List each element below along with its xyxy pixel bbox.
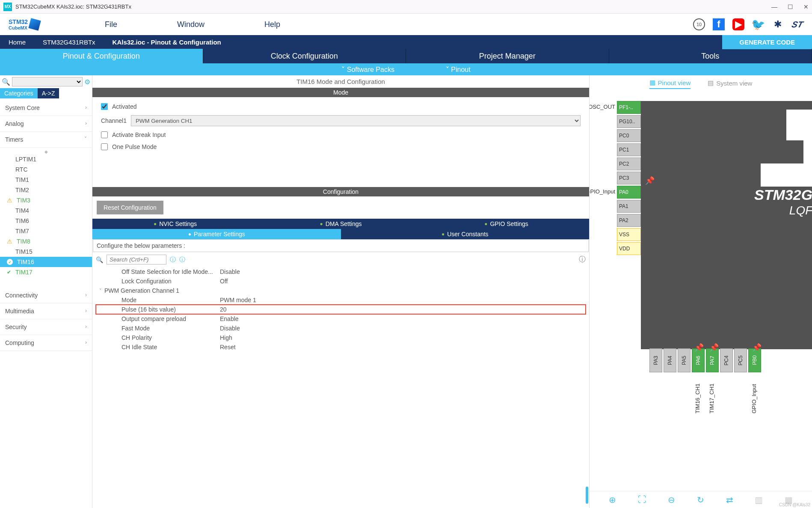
- zoom-out-icon[interactable]: ⊖: [668, 495, 675, 505]
- tim-tim17[interactable]: TIM17: [0, 267, 92, 277]
- config-tab-gpio[interactable]: ●GPIO Settings: [424, 219, 589, 229]
- tab-pinout-config[interactable]: Pinout & Configuration: [0, 49, 203, 63]
- menu-window[interactable]: Window: [177, 20, 204, 29]
- cat-connectivity[interactable]: Connectivity›: [0, 288, 92, 303]
- maximize-icon[interactable]: ☐: [788, 3, 793, 10]
- tim-rtc[interactable]: RTC: [0, 164, 92, 175]
- tim-tim16[interactable]: TIM16: [0, 257, 92, 267]
- layers-icon[interactable]: ▥: [755, 495, 763, 505]
- param-pulse-value[interactable]: 20: [220, 306, 586, 313]
- tim-tim8[interactable]: TIM8: [0, 236, 92, 247]
- badge-icon[interactable]: 10: [693, 18, 705, 30]
- pushpin-icon[interactable]: 📌: [645, 176, 655, 185]
- pin-PA1[interactable]: PA1: [617, 200, 641, 213]
- subtab-pinout[interactable]: ˅ Pinout: [446, 65, 471, 74]
- tab-project-manager[interactable]: Project Manager: [406, 49, 609, 63]
- param-off-state-value[interactable]: Disable: [220, 268, 586, 275]
- facebook-icon[interactable]: f: [713, 18, 725, 30]
- pin-PC3[interactable]: PC3: [617, 172, 641, 184]
- tim-tim6[interactable]: TIM6: [0, 216, 92, 226]
- cat-multimedia[interactable]: Multimedia›: [0, 303, 92, 319]
- info-icon[interactable]: ⓘ: [579, 255, 586, 264]
- pin-PA0[interactable]: PA0: [617, 186, 641, 199]
- tim-tim3[interactable]: TIM3: [0, 195, 92, 205]
- param-group-pwm[interactable]: PWM Generation Channel 1: [104, 287, 179, 294]
- tim-tim15[interactable]: TIM15: [0, 247, 92, 257]
- param-polarity-value[interactable]: High: [220, 334, 586, 341]
- break-input-checkbox[interactable]: [101, 131, 108, 138]
- cat-tab-az[interactable]: A->Z: [38, 88, 59, 98]
- pinout-canvas[interactable]: STM32G4 LQFP PF1-..RCC_OSC_OUTPG10..PC0P…: [590, 92, 812, 491]
- config-tab-dma[interactable]: ●DMA Settings: [258, 219, 424, 229]
- scrollbar[interactable]: [586, 487, 588, 504]
- tim-lptim1[interactable]: LPTIM1: [0, 154, 92, 164]
- search-icon[interactable]: 🔍: [2, 78, 10, 86]
- tim-tim2[interactable]: TIM2: [0, 185, 92, 195]
- breadcrumb-mcu[interactable]: STM32G431RBTx: [34, 35, 104, 49]
- pin-VDD[interactable]: VDD: [617, 242, 641, 255]
- next-icon[interactable]: ⓘ: [179, 256, 185, 264]
- param-idle-value[interactable]: Reset: [220, 344, 586, 351]
- generate-code-button[interactable]: GENERATE CODE: [722, 35, 812, 49]
- view-tab-pinout[interactable]: ▦Pinout view: [649, 79, 691, 89]
- pushpin-icon[interactable]: 📌: [694, 343, 704, 352]
- chevron-down-icon[interactable]: ˅: [96, 288, 102, 294]
- prev-icon[interactable]: ⓘ: [170, 256, 176, 264]
- tab-clock-config[interactable]: Clock Configuration: [203, 49, 406, 63]
- fit-icon[interactable]: ⛶: [638, 495, 646, 505]
- youtube-icon[interactable]: ▶: [732, 18, 744, 30]
- menu-file[interactable]: File: [105, 20, 117, 29]
- pin-PC0[interactable]: PC0: [617, 129, 641, 142]
- param-fast-value[interactable]: Disable: [220, 325, 586, 332]
- param-mode-value[interactable]: PWM mode 1: [220, 297, 586, 303]
- breadcrumb-current[interactable]: KAls32.ioc - Pinout & Configuration: [104, 35, 230, 49]
- pin-PF1-[interactable]: PF1-..: [617, 101, 641, 114]
- param-preload-value[interactable]: Enable: [220, 315, 586, 322]
- one-pulse-checkbox[interactable]: [101, 143, 108, 150]
- pin-PC4[interactable]: PC4: [720, 348, 733, 372]
- channel1-select[interactable]: PWM Generation CH1: [131, 115, 581, 126]
- pin-PA5[interactable]: PA5: [678, 348, 690, 372]
- subtab-software-packs[interactable]: ˅ Software Packs: [341, 65, 394, 74]
- minimize-icon[interactable]: —: [771, 3, 777, 10]
- pin-VSS[interactable]: VSS: [617, 228, 641, 241]
- zoom-in-icon[interactable]: ⊕: [609, 495, 616, 505]
- reset-config-button[interactable]: Reset Configuration: [97, 201, 163, 214]
- config-tab-user-constants[interactable]: ●User Constants: [341, 229, 590, 239]
- config-tab-nvic[interactable]: ●NVIC Settings: [92, 219, 258, 229]
- activated-checkbox[interactable]: [101, 103, 108, 110]
- tim-tim1[interactable]: TIM1: [0, 175, 92, 185]
- config-tab-parameter[interactable]: ●Parameter Settings: [92, 229, 341, 239]
- search-icon[interactable]: 🔍: [96, 256, 103, 263]
- cat-timers[interactable]: Timers˅: [0, 132, 92, 148]
- pin-PA4[interactable]: PA4: [664, 348, 676, 372]
- pin-PA3[interactable]: PA3: [649, 348, 662, 372]
- pin-PC1[interactable]: PC1: [617, 143, 641, 156]
- menu-help[interactable]: Help: [264, 20, 280, 29]
- param-search-input[interactable]: [107, 255, 166, 264]
- sort-icon[interactable]: ◆: [0, 149, 92, 154]
- tab-tools[interactable]: Tools: [609, 49, 812, 63]
- breadcrumb-home[interactable]: Home: [0, 35, 34, 49]
- pin-PC2[interactable]: PC2: [617, 157, 641, 170]
- pushpin-icon[interactable]: 📌: [709, 343, 719, 352]
- network-icon[interactable]: ✱: [772, 18, 784, 30]
- pin-PG10[interactable]: PG10..: [617, 115, 641, 128]
- pushpin-icon[interactable]: 📌: [752, 343, 762, 352]
- cat-security[interactable]: Security›: [0, 319, 92, 335]
- st-logo-icon[interactable]: ST: [790, 18, 805, 30]
- view-tab-system[interactable]: ▤System view: [708, 79, 752, 89]
- tim-tim4[interactable]: TIM4: [0, 205, 92, 216]
- cat-computing[interactable]: Computing›: [0, 335, 92, 351]
- pin-PA2[interactable]: PA2: [617, 214, 641, 227]
- peripheral-search[interactable]: [12, 77, 83, 86]
- rotate-icon[interactable]: ↻: [697, 495, 704, 505]
- param-lock-value[interactable]: Off: [220, 278, 586, 285]
- twitter-icon[interactable]: 🐦: [752, 18, 764, 30]
- cat-system-core[interactable]: System Core›: [0, 100, 92, 116]
- pin-PC5[interactable]: PC5: [734, 348, 747, 372]
- tim-tim7[interactable]: TIM7: [0, 226, 92, 236]
- cat-tab-categories[interactable]: Categories: [0, 88, 38, 98]
- cat-analog[interactable]: Analog›: [0, 116, 92, 132]
- gear-icon[interactable]: ⚙: [84, 78, 90, 86]
